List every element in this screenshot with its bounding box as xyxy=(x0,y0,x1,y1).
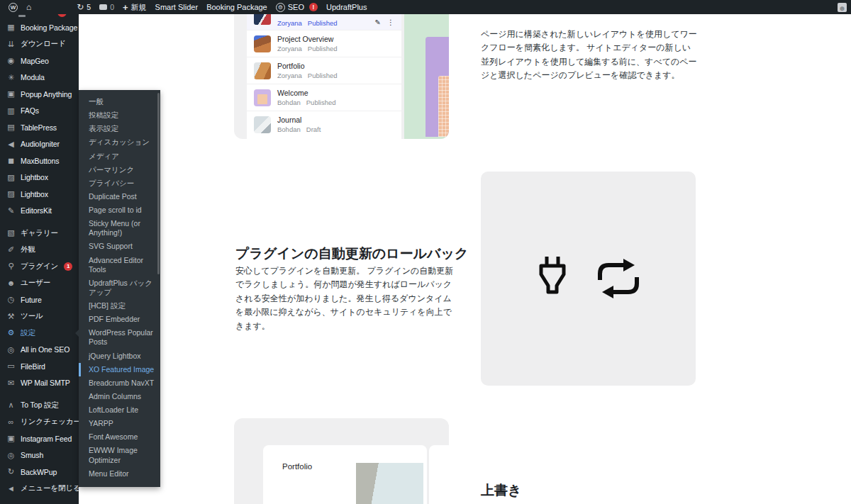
submenu-item[interactable]: Breadcrumb NavXT xyxy=(79,376,160,390)
sidebar-item[interactable]: ✐ 外観 xyxy=(0,242,79,259)
aioseo-gear-icon: ◎ xyxy=(6,346,16,354)
sidebar-item[interactable]: ⚙ 設定 xyxy=(0,325,79,342)
submenu-item[interactable]: Duplicate Post xyxy=(79,190,160,203)
submenu-item[interactable]: SVG Support xyxy=(79,240,160,253)
page-author: Zoryana xyxy=(277,19,302,27)
sidebar-item[interactable]: ▦ Booking Package xyxy=(0,19,79,36)
submenu-item[interactable]: Menu Editor xyxy=(79,467,160,481)
sidebar-item[interactable]: ↻ BackWPup xyxy=(0,464,79,481)
portfolio-white-card: Portfolio xyxy=(263,445,427,504)
page-list-row[interactable]: Journal Bohdan Draft xyxy=(247,111,401,138)
sidebar-item[interactable]: ✎ EditorsKit xyxy=(0,203,79,220)
submenu-item[interactable]: PDF Embedder xyxy=(79,313,160,326)
clipped-menu-item xyxy=(0,14,79,19)
wordpress-admin-screen: W ⌂ ↻ 5 0 + 新規 Smart Slider Booking Pack… xyxy=(0,0,851,504)
updates-link[interactable]: ↻ 5 xyxy=(72,0,95,14)
new-content-menu[interactable]: + 新規 xyxy=(118,0,151,14)
sidebar-item[interactable]: ▨ Lightbox xyxy=(0,169,79,186)
sidebar-item[interactable]: ▧ ギャラリー xyxy=(0,225,79,242)
updates-count: 5 xyxy=(87,3,91,11)
kebab-menu-icon[interactable]: ⋮ xyxy=(387,18,394,26)
submenu-item[interactable]: jQuery Lightbox xyxy=(79,349,160,363)
plugin-plug-icon: ⚲ xyxy=(6,262,16,270)
submenu-item[interactable]: EWWW Image Optimizer xyxy=(79,444,160,466)
sidebar-item[interactable]: ▭ FileBird xyxy=(0,358,79,375)
page-author: Zoryana xyxy=(277,72,302,79)
sidebar-item[interactable]: ▣ Popup Anything xyxy=(0,86,79,103)
updraftplus-menu[interactable]: UpdraftPlus xyxy=(322,0,371,14)
sidebar-item[interactable]: ▥ FAQs xyxy=(0,103,79,120)
sidebar-item[interactable]: ▨ Lightbox xyxy=(0,186,79,203)
submenu-item[interactable]: Advanced Editor Tools xyxy=(79,254,160,276)
comments-link[interactable]: 0 xyxy=(95,0,118,14)
sidebar-item[interactable]: ◉ MapGeo xyxy=(0,52,79,69)
page-status: Published xyxy=(306,99,336,106)
page-list-row[interactable]: Project Overview Zoryana Published xyxy=(247,30,401,57)
plug-icon xyxy=(535,255,569,302)
page-list-row[interactable]: Portfolio Zoryana Published xyxy=(247,57,401,84)
sidebar-item[interactable]: ◎ All in One SEO xyxy=(0,342,79,359)
submenu-item[interactable]: 一般 xyxy=(79,95,160,108)
sidebar-item[interactable]: ▤ TablePress xyxy=(0,119,79,136)
submenu-item[interactable]: メディア xyxy=(79,150,160,163)
page-meta: Zoryana Published xyxy=(277,19,338,27)
page-author: Zoryana xyxy=(277,45,302,52)
submenu-item[interactable]: XO Featured Image xyxy=(79,363,160,376)
wordpress-logo-menu[interactable]: W xyxy=(4,0,22,14)
sidebar-item[interactable]: ⚲ プラグイン 1 xyxy=(0,258,79,275)
page-status: Published xyxy=(308,19,338,27)
submenu-item[interactable]: [HCB] 設定 xyxy=(79,299,160,313)
update-count-badge: 1 xyxy=(64,262,72,271)
site-home-link[interactable]: ⌂ xyxy=(22,0,35,14)
submenu-item[interactable]: プライバシー xyxy=(79,177,160,190)
sidebar-item[interactable]: ✳ Modula xyxy=(0,69,79,86)
rollback-paragraph: 安心してプラグインを自動更新。 プラグインの自動更新でラクしましょう。何か問題が… xyxy=(235,264,454,333)
page-thumbnail xyxy=(254,14,271,25)
submenu-item[interactable]: 投稿設定 xyxy=(79,108,160,122)
folder-icon: ▭ xyxy=(6,362,16,370)
page-status: Published xyxy=(308,45,338,52)
submenu-item[interactable]: WordPress Popular Posts xyxy=(79,326,160,349)
edit-pencil-icon[interactable]: ✎ xyxy=(375,18,381,26)
submenu-item[interactable]: UpdraftPlus バックアップ xyxy=(79,276,160,299)
seo-alert-badge: ! xyxy=(309,3,318,11)
seo-menu[interactable]: ⚙ SEO ! xyxy=(272,0,322,14)
pencil-icon: ✎ xyxy=(6,207,16,215)
modula-gear-icon: ✳ xyxy=(6,74,16,82)
page-list-row-selected[interactable]: Zoryana Published ✎ ⋮ xyxy=(247,14,401,30)
my-account-avatar[interactable]: ☻ xyxy=(838,3,847,12)
booking-package-menu[interactable]: Booking Package xyxy=(202,0,272,14)
appearance-brush-icon: ✐ xyxy=(6,246,16,254)
submenu-item[interactable]: 表示設定 xyxy=(79,122,160,135)
sidebar-item[interactable]: ∧ To Top 設定 xyxy=(0,397,79,414)
download-icon: ⇊ xyxy=(6,40,16,48)
page-title: Journal xyxy=(277,116,321,125)
sidebar-item[interactable]: ◄ メニューを閉じる xyxy=(0,481,79,498)
calendar-icon: ▦ xyxy=(6,23,16,31)
seo-label: SEO xyxy=(288,3,304,11)
submenu-item[interactable]: LoftLoader Lite xyxy=(79,403,160,417)
pages-screenshot-card: Zoryana Published ✎ ⋮ Project Overview xyxy=(234,14,449,139)
sidebar-item[interactable]: ◀ AudioIgniter xyxy=(0,136,79,153)
sidebar-item[interactable]: ◎ Smush xyxy=(0,447,79,464)
clipped-icon xyxy=(18,15,26,17)
smart-slider-menu[interactable]: Smart Slider xyxy=(151,0,203,14)
broken-link-icon: ∞ xyxy=(6,418,16,426)
sidebar-item[interactable]: ☻ ユーザー xyxy=(0,275,79,292)
sidebar-item[interactable]: ◼ MaxButtons xyxy=(0,152,79,169)
submenu-item[interactable]: パーマリンク xyxy=(79,163,160,177)
sidebar-item[interactable]: ✉ WP Mail SMTP xyxy=(0,375,79,392)
sidebar-item[interactable]: ▣ Instagram Feed xyxy=(0,430,79,447)
flyout-scrollbar-thumb[interactable] xyxy=(157,93,160,274)
page-list-row[interactable]: Welcome Bohdan Published xyxy=(247,84,401,111)
sidebar-item[interactable]: ∞ リンクチェッカー xyxy=(0,414,79,431)
submenu-item[interactable]: Sticky Menu (or Anything!) xyxy=(79,217,160,240)
submenu-item[interactable]: ディスカッション xyxy=(79,135,160,149)
submenu-item[interactable]: Font Awesome xyxy=(79,430,160,444)
sidebar-item[interactable]: ◷ Future xyxy=(0,291,79,308)
submenu-item[interactable]: Admin Columns xyxy=(79,390,160,403)
submenu-item[interactable]: YARPP xyxy=(79,417,160,430)
sidebar-item[interactable]: ⚒ ツール xyxy=(0,308,79,325)
submenu-item[interactable]: Page scroll to id xyxy=(79,203,160,217)
sidebar-item[interactable]: ⇊ ダウンロード xyxy=(0,36,79,53)
